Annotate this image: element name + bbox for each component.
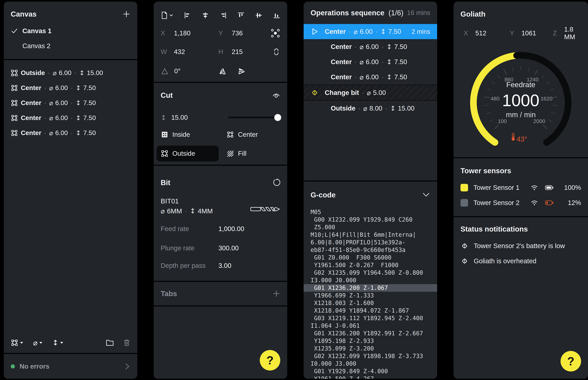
gcode-title: G-code: [311, 191, 336, 199]
file-icon: [161, 11, 168, 19]
change-bit-row[interactable]: Change bit · ⌀ 5.00: [304, 85, 437, 101]
align-horizontal-center-icon[interactable]: [202, 12, 209, 19]
cut-type-dropdown[interactable]: [11, 339, 23, 346]
tick-label: 480: [491, 95, 500, 102]
plunge-rate-value[interactable]: 300.00: [218, 244, 239, 252]
add-tab-icon[interactable]: [272, 290, 280, 298]
width-label: W: [161, 48, 174, 56]
sequence-row[interactable]: Center · ⌀ 6.00 · ↕ 7.50: [304, 54, 437, 70]
play-icon[interactable]: [311, 27, 319, 36]
cut-option-fill[interactable]: Fill: [222, 146, 284, 161]
depth-glyph: ↕: [190, 207, 196, 215]
reset-icon[interactable]: [272, 179, 280, 187]
cut-depth-field[interactable]: 15.00: [171, 114, 188, 121]
sensor-row[interactable]: Tower Sensor 2 12%: [461, 195, 581, 210]
width-field[interactable]: 432: [174, 48, 185, 56]
sequence-row[interactable]: Outside · ⌀ 8.00 · ↕ 15.00: [304, 101, 437, 116]
operation-row[interactable]: Center · ⌀ 6.00 · ↕ 7.50: [4, 95, 137, 110]
sequence-title: Operations sequence: [311, 9, 384, 17]
battery-full-icon: [545, 185, 553, 190]
align-vertical-center-icon[interactable]: [255, 12, 262, 19]
gcode-line: M10;L|64|Fill|Bit 6mm|Interna|: [304, 231, 437, 239]
depth-glyph: ↕: [387, 43, 392, 51]
gcode-line: Y1961.500 Z-0.267 F1000: [304, 261, 437, 269]
machine-title: Goliath: [461, 10, 485, 18]
machine-position-row: X 512 Y 1061 Z 1.8 MM: [461, 25, 581, 41]
canvas-item-1[interactable]: Canvas 1: [4, 23, 137, 38]
sequence-panel: Operations sequence (1/6) 16 mins Center…: [304, 1, 437, 379]
x-field[interactable]: 1,180: [174, 29, 191, 37]
sequence-row[interactable]: Center · ⌀ 6.00 · ↕ 7.50: [304, 39, 437, 54]
gcode-line: I3.000 J0.000: [304, 277, 437, 284]
operation-depth: 7.50: [394, 73, 407, 81]
gcode-line: G01 X1236.200 Y1892.991 Z-2.667: [304, 330, 437, 337]
bit-row: Plunge rate 300.00: [161, 240, 280, 256]
cut-option-inside[interactable]: Inside: [157, 127, 219, 142]
anchor-point-icon[interactable]: [270, 28, 280, 38]
thermometer-icon: [512, 133, 515, 141]
x-label: X: [161, 29, 174, 37]
flip-vertical-icon[interactable]: [238, 67, 246, 75]
transform-section: X 1,180 Y 736 W 432 H 215 0°: [154, 1, 287, 82]
folder-icon[interactable]: [106, 339, 114, 346]
flip-horizontal-icon[interactable]: [218, 67, 226, 75]
sequence-row[interactable]: Center · ⌀ 6.00 · ↕ 7.50: [304, 70, 437, 85]
gcode-line: G00 X1232.099 Y1929.849 C260: [304, 216, 437, 224]
slider-knob[interactable]: [274, 114, 281, 121]
errors-row[interactable]: No errors: [4, 354, 137, 379]
bit-spec: ⌀ 6MM · ↕ 4MM: [161, 207, 213, 215]
add-canvas-icon[interactable]: [123, 10, 130, 18]
gauge-title: Feedrate: [506, 80, 535, 89]
separator: ·: [362, 89, 364, 96]
operation-row[interactable]: Center · ⌀ 6.00 · ↕ 7.50: [4, 110, 137, 125]
operation-row[interactable]: Center · ⌀ 6.00 · ↕ 7.50: [4, 80, 137, 95]
operations-toolbar: ⌀ ↕: [4, 332, 137, 353]
help-label: ?: [567, 355, 574, 368]
position-row: X 1,180 Y 736: [161, 25, 280, 41]
diameter-dropdown[interactable]: ⌀: [33, 339, 42, 347]
bit-row-label: Depth per pass: [161, 262, 206, 269]
rotation-field[interactable]: 0°: [174, 67, 180, 75]
trash-icon[interactable]: [123, 339, 130, 346]
sensor-row[interactable]: Tower Sensor 1 100%: [461, 180, 581, 195]
cut-option-label: Fill: [238, 150, 247, 157]
center-cut-icon: [11, 99, 18, 107]
chevron-down-icon: [169, 13, 173, 17]
diameter-glyph: ⌀: [49, 99, 53, 107]
separator: ·: [349, 28, 351, 35]
tabs-title: Tabs: [161, 289, 177, 298]
gcode-lines[interactable]: M05 G00 X1232.099 Y1929.849 C260 Z5.000M…: [304, 208, 437, 379]
visibility-eye-icon[interactable]: [272, 92, 280, 99]
separator: ·: [381, 43, 383, 50]
operation-row[interactable]: Outside · ⌀ 6.00 · ↕ 15.00: [4, 65, 137, 80]
height-field[interactable]: 215: [232, 48, 243, 56]
align-right-icon[interactable]: [219, 12, 227, 19]
separator: ·: [381, 74, 383, 81]
y-field[interactable]: 736: [232, 29, 243, 37]
height-label: H: [218, 48, 232, 56]
sequence-row-active[interactable]: Center · ⌀ 6.00 · ↕ 7.50 2 mins: [304, 24, 437, 39]
cut-option-center[interactable]: Center: [222, 127, 284, 142]
chevron-down-icon[interactable]: [422, 192, 430, 198]
cut-option-outside[interactable]: Outside: [157, 146, 219, 161]
gcode-line: Z5.000: [304, 224, 437, 231]
operation-row[interactable]: Center · ⌀ 6.00 · ↕ 7.50: [4, 125, 137, 140]
status-notifications-section: Status notitications Tower Sensor 2's ba…: [454, 217, 588, 379]
outside-cut-icon: [161, 150, 168, 157]
align-top-icon[interactable]: [237, 12, 245, 19]
help-button[interactable]: ?: [260, 350, 280, 371]
depth-slider[interactable]: [228, 117, 280, 118]
inside-cut-icon: [161, 131, 168, 138]
file-dropdown[interactable]: [161, 11, 173, 19]
feed-rate-value[interactable]: 1,000.00: [218, 225, 244, 233]
align-bottom-icon[interactable]: [273, 12, 280, 19]
canvas-item-label: Canvas 2: [22, 42, 50, 50]
canvas-item-2[interactable]: Canvas 2: [4, 38, 137, 53]
constrain-proportions-icon[interactable]: [272, 48, 280, 56]
sensor-name: Tower Sensor 1: [473, 184, 519, 191]
help-button[interactable]: ?: [561, 351, 581, 371]
align-left-icon[interactable]: [184, 12, 191, 19]
depth-dropdown[interactable]: ↕: [53, 339, 63, 347]
depth-per-pass-value[interactable]: 3.00: [218, 262, 231, 269]
depth-glyph: ↕: [387, 58, 392, 66]
